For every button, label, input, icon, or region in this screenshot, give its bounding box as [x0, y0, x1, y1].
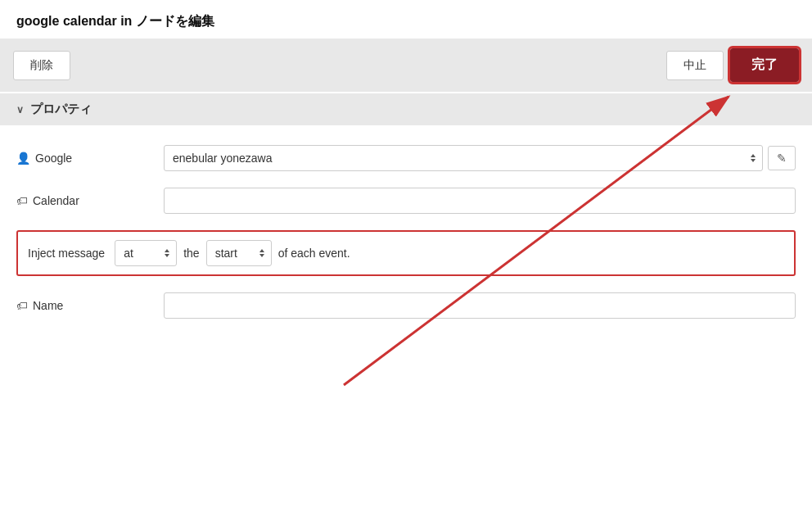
google-label: 👤 Google [16, 152, 164, 165]
inject-start-select[interactable]: start end [206, 240, 272, 266]
google-select[interactable]: enebular yonezawa [164, 145, 763, 171]
user-icon: 👤 [16, 152, 30, 165]
calendar-row: 🏷 Calendar [16, 188, 796, 214]
tag-icon: 🏷 [16, 194, 28, 207]
inject-label: Inject message [28, 247, 105, 260]
properties-header: ∨ プロパティ [0, 93, 812, 125]
tag-icon-name: 🏷 [16, 299, 28, 312]
calendar-label: 🏷 Calendar [16, 194, 164, 207]
inject-at-select[interactable]: at before after [115, 240, 177, 266]
inject-suffix-text: of each event. [278, 247, 350, 260]
toolbar: 削除 中止 完了 [0, 39, 812, 92]
chevron-down-icon: ∨ [16, 104, 24, 116]
page-title: google calendar in ノードを編集 [16, 14, 214, 28]
form-area: 👤 Google enebular yonezawa ✎ 🏷 Calendar [0, 125, 812, 355]
done-button[interactable]: 完了 [730, 48, 799, 82]
header: google calendar in ノードを編集 [0, 0, 812, 39]
google-row: 👤 Google enebular yonezawa ✎ [16, 145, 796, 171]
toolbar-left: 削除 [13, 51, 70, 80]
toolbar-right: 中止 完了 [666, 48, 799, 82]
cancel-button[interactable]: 中止 [666, 51, 724, 80]
name-label: 🏷 Name [16, 299, 164, 312]
name-input[interactable] [164, 292, 796, 319]
calendar-control-area [164, 188, 796, 214]
name-row: 🏷 Name [16, 292, 796, 319]
calendar-input[interactable] [164, 188, 796, 214]
delete-button[interactable]: 削除 [13, 51, 70, 80]
inject-the-text: the [183, 247, 199, 260]
name-control-area [164, 292, 796, 319]
google-control-area: enebular yonezawa ✎ [164, 145, 796, 171]
google-edit-button[interactable]: ✎ [768, 146, 796, 170]
page-container: google calendar in ノードを編集 削除 中止 完了 ∨ プロパ… [0, 0, 812, 521]
properties-label: プロパティ [30, 102, 92, 117]
inject-message-row: Inject message at before after the start… [16, 230, 796, 276]
pencil-icon: ✎ [777, 152, 787, 165]
